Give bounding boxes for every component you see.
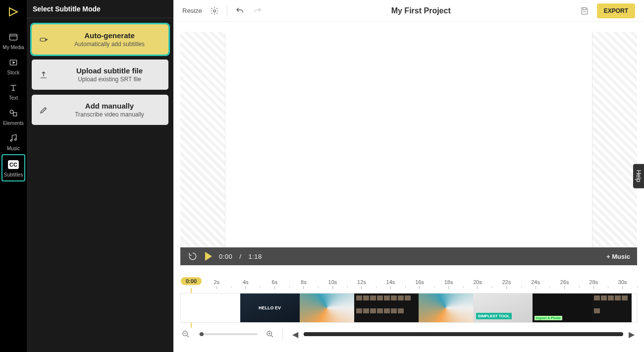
export-button[interactable]: EXPORT xyxy=(597,3,635,18)
ruler-tick: 8s xyxy=(301,279,307,289)
svg-rect-7 xyxy=(40,38,46,41)
rail-subtitles[interactable]: CC Subtitles xyxy=(1,154,25,181)
ruler-tick: 18s xyxy=(444,279,453,289)
app-logo-icon xyxy=(6,5,20,19)
rail-music[interactable]: Music xyxy=(1,129,25,154)
stage-letterbox-left xyxy=(180,32,225,247)
svg-rect-0 xyxy=(10,34,17,40)
ruler-tick: 22s xyxy=(502,279,511,289)
zoom-out-icon[interactable] xyxy=(180,329,191,340)
ruler-tick: 6s xyxy=(272,279,278,289)
media-icon xyxy=(8,32,19,43)
card-title: Upload subtitle file xyxy=(56,66,162,75)
subtitle-panel: Select Subtitle Mode Auto-generate Autom… xyxy=(27,0,173,352)
add-music-button[interactable]: + Music xyxy=(606,253,630,260)
clip-thumb[interactable]: HELLO EV xyxy=(240,293,300,322)
rail-my-media[interactable]: My Media xyxy=(1,28,25,53)
music-icon xyxy=(8,133,19,144)
ruler-tick: 24s xyxy=(531,279,540,289)
clip-thumb[interactable] xyxy=(300,293,354,322)
playhead-label[interactable]: 0:00 xyxy=(181,277,202,285)
scroll-right-icon[interactable]: ▶ xyxy=(626,329,637,340)
elements-icon xyxy=(8,108,19,118)
zoom-in-icon[interactable] xyxy=(265,329,275,340)
ruler-tick: 2s xyxy=(214,279,219,289)
resize-button[interactable]: Resize xyxy=(182,7,202,14)
clip-thumb[interactable]: SIMPLEST TOOL xyxy=(473,293,533,322)
ruler-tick: 14s xyxy=(386,279,395,289)
divider xyxy=(227,5,227,16)
clip-thumb[interactable]: Import A Photo xyxy=(533,293,592,322)
stage xyxy=(180,32,637,247)
card-sub: Transcribe video manually xyxy=(56,111,162,118)
topbar: Resize My First Project EXPORT xyxy=(173,0,644,22)
time-sep: / xyxy=(239,253,241,260)
redo-icon xyxy=(252,5,263,16)
time-total: 1:18 xyxy=(248,253,262,260)
ruler-tick: 4s xyxy=(243,279,249,289)
pencil-icon xyxy=(39,105,49,115)
rail-label: Stock xyxy=(7,70,19,75)
clip-thumb[interactable] xyxy=(592,293,632,322)
cc-icon: CC xyxy=(8,159,19,170)
timeline-ruler[interactable]: 0:00 2s4s6s8s10s12s14s16s18s20s22s24s26s… xyxy=(180,279,637,291)
card-auto-generate[interactable]: Auto-generate Automatically add subtitle… xyxy=(32,24,168,55)
video-track[interactable]: HELLO EV SIMPLEST TOOL Import A Photo xyxy=(180,293,637,323)
rail-elements[interactable]: Elements xyxy=(1,104,25,129)
svg-rect-4 xyxy=(13,113,17,116)
card-title: Auto-generate xyxy=(56,31,162,40)
help-tab[interactable]: Help xyxy=(633,164,644,188)
rail-label: My Media xyxy=(2,45,24,50)
play-button[interactable] xyxy=(205,252,212,261)
ruler-tick: 28s xyxy=(589,279,598,289)
ruler-tick: 30s xyxy=(618,279,627,289)
svg-point-6 xyxy=(15,139,16,140)
timeline-scrollbar[interactable] xyxy=(304,332,623,336)
timeline-controls: ◀ ▶ xyxy=(180,329,637,340)
card-title: Add manually xyxy=(56,102,162,110)
card-upload-subtitle[interactable]: Upload subtitle file Upload existing SRT… xyxy=(32,59,168,90)
project-title[interactable]: My First Project xyxy=(270,6,572,15)
panel-title: Select Subtitle Mode xyxy=(27,0,173,18)
ruler-tick: 20s xyxy=(473,279,482,289)
svg-point-8 xyxy=(214,9,216,12)
svg-marker-2 xyxy=(13,61,14,63)
auto-generate-icon xyxy=(39,35,49,45)
upload-icon xyxy=(39,70,49,80)
rail-label: Text xyxy=(9,95,18,101)
card-sub: Upload existing SRT file xyxy=(56,76,162,83)
save-icon[interactable] xyxy=(579,5,590,16)
video-canvas[interactable] xyxy=(225,32,592,247)
card-sub: Automatically add subtitles xyxy=(56,41,162,48)
rail-label: Elements xyxy=(3,120,24,126)
divider xyxy=(282,329,283,340)
ruler-tick: 16s xyxy=(415,279,424,289)
restart-icon[interactable] xyxy=(187,251,198,262)
tool-rail: My Media Stock Text Elements Music CC Su… xyxy=(0,0,27,352)
timeline: 0:00 2s4s6s8s10s12s14s16s18s20s22s24s26s… xyxy=(173,265,644,352)
ruler-tick: 26s xyxy=(560,279,569,289)
rail-label: Subtitles xyxy=(4,172,23,177)
svg-point-5 xyxy=(10,140,12,141)
stage-letterbox-right xyxy=(592,32,637,247)
scroll-left-icon[interactable]: ◀ xyxy=(290,329,301,340)
ruler-tick: 12s xyxy=(357,279,366,289)
clip-thumb[interactable] xyxy=(419,293,473,322)
stock-icon xyxy=(8,57,19,68)
zoom-slider[interactable] xyxy=(198,333,258,335)
rail-stock[interactable]: Stock xyxy=(1,53,25,78)
clip-thumb[interactable] xyxy=(354,293,419,322)
ruler-tick: 10s xyxy=(328,279,337,289)
text-icon xyxy=(8,82,19,93)
settings-icon[interactable] xyxy=(209,5,220,16)
time-current: 0:00 xyxy=(219,253,232,260)
main-area: Resize My First Project EXPORT 0:00 / 1:… xyxy=(173,0,644,352)
playbar: 0:00 / 1:18 + Music xyxy=(180,247,637,265)
card-add-manually[interactable]: Add manually Transcribe video manually xyxy=(32,95,168,125)
svg-point-3 xyxy=(10,110,13,114)
rail-label: Music xyxy=(7,146,20,151)
rail-text[interactable]: Text xyxy=(1,78,25,104)
undo-icon[interactable] xyxy=(234,5,245,16)
